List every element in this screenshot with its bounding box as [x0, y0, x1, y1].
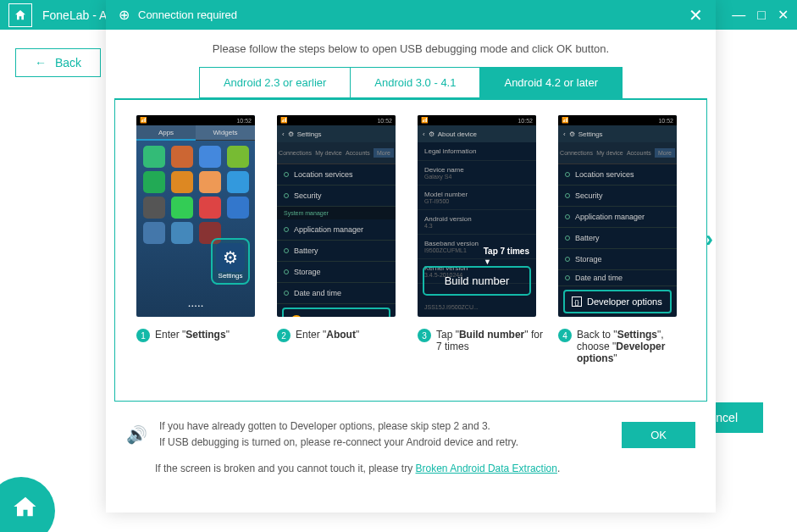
back-button[interactable]: ← Back — [15, 48, 101, 77]
speaker-icon: 🔊 — [126, 424, 147, 445]
home-icon[interactable] — [8, 3, 32, 27]
dialog-title: Connection required — [138, 8, 680, 21]
close-window-icon[interactable]: ✕ — [778, 7, 789, 23]
instruction-text: Please follow the steps below to open US… — [106, 30, 716, 67]
ok-button[interactable]: OK — [622, 422, 695, 448]
maximize-icon[interactable]: □ — [757, 8, 766, 23]
footer-notes: 🔊 If you have already gotten to Develope… — [106, 410, 716, 483]
version-tabs: Android 2.3 or earlier Android 3.0 - 4.1… — [106, 67, 716, 98]
phone-screenshot-3: 📶10:52 ‹⚙About device Legal information … — [418, 115, 536, 317]
note-2: If USB debugging is turned on, please re… — [159, 435, 610, 451]
tab-android-30[interactable]: Android 3.0 - 4.1 — [350, 67, 479, 98]
arrow-left-icon: ← — [35, 56, 47, 69]
step-1: 📶10:52 AppsWidgets ⚙ Settings • • • • • … — [136, 115, 263, 364]
dialog-header: ⊕ Connection required ✕ — [106, 0, 716, 30]
next-arrow-icon[interactable]: › — [706, 225, 713, 252]
phone-screenshot-1: 📶10:52 AppsWidgets ⚙ Settings • • • • • — [136, 115, 255, 317]
tab-android-23[interactable]: Android 2.3 or earlier — [199, 67, 350, 98]
step-3: 📶10:52 ‹⚙About device Legal information … — [418, 115, 545, 364]
shield-icon: ⊕ — [119, 7, 130, 23]
step-2: 📶10:52 ‹⚙Settings ConnectionsMy deviceAc… — [277, 115, 404, 364]
phone-screenshot-2: 📶10:52 ‹⚙Settings ConnectionsMy deviceAc… — [277, 115, 396, 317]
minimize-icon[interactable]: — — [732, 8, 745, 23]
note-1: If you have already gotten to Developer … — [159, 418, 610, 435]
step-4: 📶10:52 ‹⚙Settings ConnectionsMy deviceAc… — [558, 115, 685, 364]
phone-screenshot-4: 📶10:52 ‹⚙Settings ConnectionsMy deviceAc… — [558, 115, 677, 317]
broken-screen-note: If the screen is broken and you cannot t… — [155, 463, 695, 474]
tab-android-42[interactable]: Android 4.2 or later — [479, 67, 623, 98]
close-icon[interactable]: ✕ — [689, 5, 703, 25]
home-fab[interactable] — [0, 477, 55, 532]
steps-frame: 📶10:52 AppsWidgets ⚙ Settings • • • • • … — [114, 98, 707, 402]
back-label: Back — [55, 56, 81, 69]
broken-android-link[interactable]: Broken Android Data Extraction — [416, 463, 557, 474]
connection-dialog: ⊕ Connection required ✕ Please follow th… — [106, 0, 716, 513]
